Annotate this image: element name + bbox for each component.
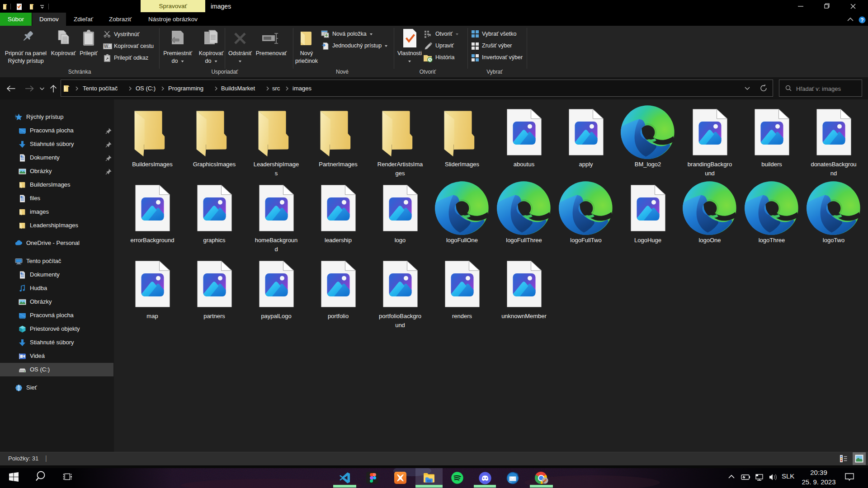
svg-text:?: ?	[860, 17, 863, 23]
svg-text:W..: W..	[104, 44, 110, 49]
